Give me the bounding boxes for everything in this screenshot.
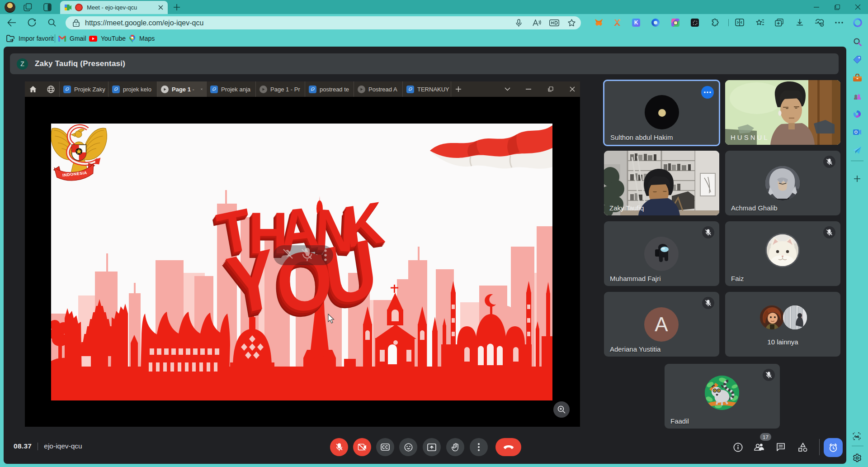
svg-text:HUSNUL: HUSNUL [731, 133, 769, 141]
svg-text:Zaky Taufiq: Zaky Taufiq [609, 204, 644, 212]
